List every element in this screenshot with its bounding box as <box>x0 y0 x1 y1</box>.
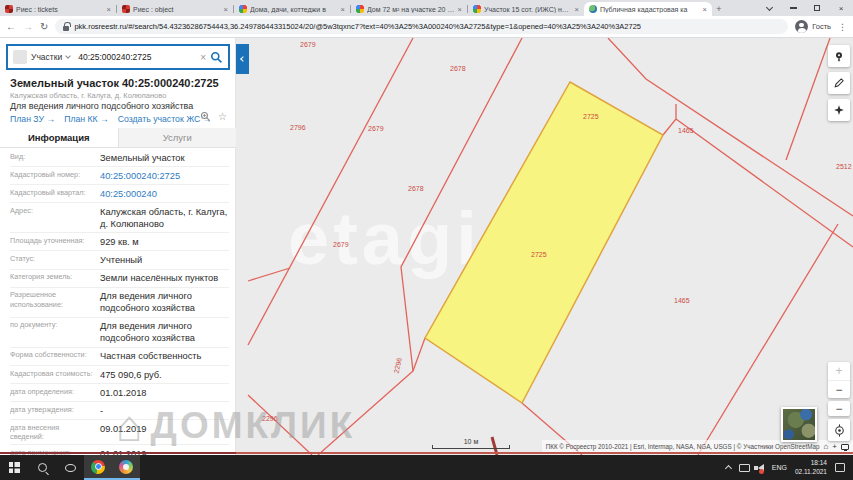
task-view-icon <box>65 464 76 472</box>
tab-favicon-icon <box>473 5 481 13</box>
tray-monitor-icon[interactable] <box>739 464 750 472</box>
field-row: Разрешенное использование: Для ведения л… <box>10 288 229 318</box>
tab-close-icon[interactable]: × <box>458 5 462 14</box>
panel-collapse-button[interactable] <box>236 44 249 74</box>
browser-url-bar: ← → ↻ pkk.rosreestr.ru/#/search/54.43236… <box>0 16 853 38</box>
field-label: Разрешенное использование: <box>10 290 100 314</box>
field-row: Кадастровый номер: 40:25:000240:2725 <box>10 167 229 185</box>
tab-close-icon[interactable]: × <box>341 5 345 14</box>
taskbar-search-button[interactable] <box>28 455 56 480</box>
parcel-label[interactable]: 1465 <box>678 127 694 134</box>
tab-close-icon[interactable]: × <box>107 5 111 14</box>
task-view-button[interactable] <box>56 455 84 480</box>
field-label: Кадастровый квартал: <box>10 188 100 200</box>
locate-me-button[interactable] <box>828 419 850 441</box>
action-center-icon[interactable] <box>835 463 845 472</box>
parcel-label[interactable]: 1465 <box>674 297 690 304</box>
tab-services[interactable]: Услуги <box>118 128 237 147</box>
tab-close-icon[interactable]: × <box>224 5 228 14</box>
plan-kk-link[interactable]: План КК → <box>64 114 109 124</box>
browser-tab[interactable]: Дом 72 м² на участке 20 со × <box>351 2 467 16</box>
browser-menu-icon[interactable]: ⋮ <box>838 22 847 32</box>
search-icon <box>38 463 47 472</box>
field-value: 01.01.2018 <box>100 387 229 399</box>
objects-nearby-button[interactable] <box>828 99 850 121</box>
tab-title: Риес : tickets <box>16 6 104 13</box>
selected-parcel-polygon[interactable] <box>425 82 663 403</box>
plan-zu-link[interactable]: План ЗУ → <box>10 114 55 124</box>
start-button[interactable] <box>0 455 28 480</box>
parcel-label[interactable]: 2679 <box>368 125 384 132</box>
tab-close-icon[interactable]: × <box>575 5 579 14</box>
zoom-to-parcel-icon[interactable] <box>200 111 211 122</box>
zoom-in-button[interactable]: + <box>828 362 850 380</box>
tray-expand-icon[interactable] <box>725 465 732 472</box>
marker-tool-button[interactable] <box>828 45 850 67</box>
chrome-taskbar-button[interactable] <box>84 455 112 480</box>
field-row: Форма собственности: Частная собственнос… <box>10 348 229 366</box>
zoom-out-button[interactable]: − <box>828 380 850 398</box>
parcel-label[interactable]: 2296 <box>262 415 278 422</box>
parcel-label[interactable]: 2679 <box>300 41 316 48</box>
field-value: Учтенный <box>100 254 229 266</box>
menu-icon[interactable] <box>13 50 27 64</box>
new-tab-button[interactable]: + <box>712 2 726 16</box>
zoom-slider-button[interactable]: − <box>828 401 850 416</box>
app-taskbar-button[interactable] <box>112 455 140 480</box>
minimap-satellite-thumbnail[interactable] <box>781 407 817 442</box>
home-icon[interactable]: ⌂ <box>823 443 828 451</box>
taskbar-clock[interactable]: 18:14 02.11.2021 <box>795 459 827 477</box>
selected-parcel-label[interactable]: 2725 <box>531 251 547 258</box>
close-window-button[interactable]: × <box>829 0 853 16</box>
url-text[interactable]: pkk.rosreestr.ru/#/search/54.43236286754… <box>74 22 641 31</box>
search-bar[interactable]: Участки 40:25:000240:2725 × <box>6 44 230 70</box>
tab-favicon-icon <box>589 5 597 13</box>
reload-icon[interactable]: ↻ <box>40 22 48 32</box>
parcel-line <box>248 38 413 345</box>
volume-muted-icon[interactable] <box>758 464 764 472</box>
maximize-button[interactable] <box>805 0 829 16</box>
avatar[interactable] <box>795 20 808 33</box>
parcel-action-links: План ЗУ → План КК → Создать участок ЖС → <box>10 114 211 124</box>
parcel-address-subtitle: Калужская область, г. Калуга, д. Колюпан… <box>10 91 166 100</box>
search-category-select[interactable]: Участки <box>31 52 62 62</box>
browser-tab[interactable]: Риес : tickets × <box>0 2 116 16</box>
browser-tab[interactable]: Риес : object × <box>117 2 233 16</box>
parcel-label[interactable]: 2679 <box>333 241 349 248</box>
tab-favicon-icon <box>356 5 364 13</box>
cadastral-map[interactable]: etagi ПКК © Росреестр 2010-2021 | Esri, … <box>236 38 853 455</box>
clear-icon[interactable]: × <box>200 52 206 63</box>
measure-tool-button[interactable] <box>828 72 850 94</box>
tab-search-chevron-icon[interactable] <box>757 0 781 16</box>
create-zhs-link[interactable]: Создать участок ЖС → <box>118 114 212 124</box>
favorite-star-icon[interactable]: ☆ <box>218 111 227 122</box>
parcel-boundary-lines <box>236 38 853 455</box>
chevron-down-icon <box>65 53 71 59</box>
selected-parcel-label[interactable]: 2725 <box>583 113 599 120</box>
search-icon[interactable] <box>210 51 223 64</box>
parcel-label[interactable]: 2678 <box>408 185 424 192</box>
cadastral-number-link[interactable]: 40:25:000240:2725 <box>100 170 229 182</box>
field-label: Категория земель: <box>10 272 100 284</box>
forward-icon[interactable]: → <box>23 22 33 32</box>
tab-information[interactable]: Информация <box>0 128 118 147</box>
parcel-label[interactable]: 2512 <box>836 163 852 170</box>
back-icon[interactable]: ← <box>6 22 16 32</box>
field-label: Форма собственности: <box>10 350 100 362</box>
browser-tab[interactable]: Участок 15 сот. (ИЖС) на пр × <box>468 2 584 16</box>
fullscreen-icon[interactable] <box>841 444 849 450</box>
browser-tab-active[interactable]: Публичная кадастровая ка × <box>584 2 712 16</box>
search-input[interactable]: 40:25:000240:2725 <box>78 52 196 62</box>
keyboard-language[interactable]: ENG <box>772 464 787 471</box>
browser-profile[interactable]: Гость <box>795 20 831 33</box>
minimize-button[interactable] <box>781 0 805 16</box>
marker-icon <box>833 50 845 62</box>
browser-tab[interactable]: Дома, дачи, коттеджи в × <box>234 2 350 16</box>
cadastral-block-link[interactable]: 40:25:000240 <box>100 188 229 200</box>
address-bar[interactable]: pkk.rosreestr.ru/#/search/54.43236286754… <box>55 19 788 34</box>
plus-icon[interactable]: + <box>832 443 837 451</box>
parcel-label[interactable]: 2678 <box>450 65 466 72</box>
parcel-label[interactable]: 2796 <box>290 124 306 131</box>
field-label: Адрес: <box>10 206 100 230</box>
tab-close-icon[interactable]: × <box>703 5 707 14</box>
